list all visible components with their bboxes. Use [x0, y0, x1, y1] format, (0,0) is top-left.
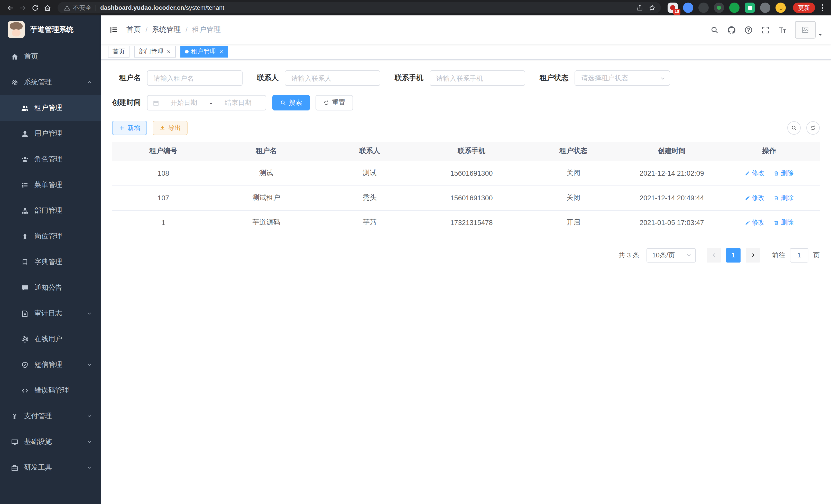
create-time-range-picker[interactable]: 开始日期 - 结束日期	[147, 95, 266, 111]
sidebar-item-home[interactable]: 首页	[0, 44, 101, 69]
refresh-table-button[interactable]	[806, 121, 820, 135]
sidebar-item-menu[interactable]: 菜单管理	[0, 172, 101, 198]
address-bar[interactable]: 不安全 dashboard.yudao.iocoder.cn /system/t…	[58, 2, 661, 13]
app-logo[interactable]: 芋道管理系统	[0, 16, 101, 44]
sidebar-item-user[interactable]: 用户管理	[0, 121, 101, 146]
search-button[interactable]: 搜索	[273, 95, 310, 111]
browser-update-button[interactable]: 更新	[793, 3, 815, 13]
sidebar-item-infra[interactable]: 基础设施	[0, 429, 101, 455]
sidebar-item-audit-log[interactable]: 审计日志	[0, 301, 101, 326]
forward-icon[interactable]	[17, 2, 29, 14]
github-icon[interactable]	[723, 16, 740, 44]
monitor-icon	[11, 438, 19, 446]
chevron-down-icon	[87, 311, 92, 316]
table-row: 107 测试租户 秃头 15601691300 关闭 2021-12-14 20…	[112, 185, 820, 210]
tab-close-icon[interactable]	[219, 49, 224, 54]
fullscreen-icon[interactable]	[757, 16, 774, 44]
audit-log-icon	[21, 309, 29, 317]
page-number-1[interactable]: 1	[726, 248, 741, 262]
calendar-icon	[153, 99, 159, 106]
extension-icon-1[interactable]: 10	[667, 3, 678, 13]
sidebar-item-system[interactable]: 系统管理	[0, 69, 101, 95]
delete-link[interactable]: 删除	[774, 218, 794, 227]
sidebar-item-post[interactable]: 岗位管理	[0, 224, 101, 249]
tenant-name-input[interactable]	[147, 70, 242, 86]
edit-link[interactable]: 修改	[744, 218, 765, 227]
edit-link[interactable]: 修改	[744, 169, 765, 178]
contact-name-input[interactable]	[285, 70, 380, 86]
breadcrumb-home[interactable]: 首页	[126, 25, 141, 34]
breadcrumb-system[interactable]: 系统管理	[152, 25, 181, 34]
sidebar-item-sms[interactable]: 短信管理	[0, 352, 101, 378]
create-time-label: 创建时间	[112, 98, 141, 108]
app-title: 芋道管理系统	[30, 25, 74, 34]
tenant-table: 租户编号 租户名 联系人 联系手机 租户状态 创建时间 操作 108 测试	[112, 142, 820, 235]
sidebar-item-dict[interactable]: 字典管理	[0, 249, 101, 275]
filter-row-1: 租户名 联系人 联系手机 租户状态 请选择租户状态	[112, 70, 820, 86]
start-date-placeholder[interactable]: 开始日期	[161, 98, 206, 108]
pagination-total: 共 3 条	[619, 250, 639, 260]
warning-triangle-icon	[64, 4, 70, 11]
extension-icon-4[interactable]	[714, 3, 724, 13]
user-avatar[interactable]	[795, 21, 823, 38]
extension-icon-2[interactable]	[683, 3, 693, 13]
next-page-button[interactable]	[746, 248, 760, 262]
share-icon[interactable]	[634, 2, 646, 13]
chevron-right-icon	[750, 252, 756, 258]
extension-icon-7[interactable]	[760, 3, 770, 13]
prev-page-button[interactable]	[707, 248, 721, 262]
sidebar-item-notice[interactable]: 通知公告	[0, 275, 101, 301]
tab-close-icon[interactable]	[166, 49, 171, 54]
browser-home-icon[interactable]	[41, 2, 53, 14]
col-actions: 操作	[718, 142, 820, 161]
add-button[interactable]: 新增	[112, 121, 147, 135]
search-icon[interactable]	[706, 16, 723, 44]
question-icon[interactable]	[740, 16, 757, 44]
browser-menu-icon[interactable]	[818, 2, 827, 13]
edit-link[interactable]: 修改	[744, 194, 765, 202]
chevron-up-icon	[87, 80, 92, 85]
goto-page-input[interactable]	[790, 248, 808, 262]
sidebar-item-dept[interactable]: 部门管理	[0, 198, 101, 224]
toggle-search-button[interactable]	[787, 121, 801, 135]
sidebar-item-tenant[interactable]: 租户管理	[0, 95, 101, 121]
caret-down-icon	[818, 32, 823, 37]
tab-dept[interactable]: 部门管理	[134, 46, 176, 58]
tenant-status-select[interactable]: 请选择租户状态	[575, 70, 670, 86]
chevron-down-icon	[87, 439, 92, 444]
toolbox-icon	[11, 464, 19, 471]
page-size-select[interactable]: 10条/页	[647, 248, 696, 262]
page-suffix-label: 页	[813, 250, 820, 260]
sidebar-item-online-user[interactable]: 在线用户	[0, 326, 101, 352]
sidebar-collapse-icon[interactable]	[101, 16, 126, 44]
reset-button[interactable]: 重置	[316, 95, 353, 111]
tenant-name-label: 租户名	[112, 73, 141, 83]
tab-home[interactable]: 首页	[108, 46, 130, 58]
reload-icon[interactable]	[29, 2, 41, 14]
extension-icon-5[interactable]	[729, 3, 740, 13]
end-date-placeholder[interactable]: 结束日期	[216, 98, 261, 108]
delete-link[interactable]: 删除	[774, 194, 794, 202]
table-toolbar: 新增 导出	[112, 121, 820, 135]
sidebar-item-devtool[interactable]: 研发工具	[0, 455, 101, 480]
sidebar-item-role[interactable]: 角色管理	[0, 146, 101, 172]
error-code-icon	[21, 387, 29, 394]
extension-icon-6[interactable]	[745, 3, 755, 13]
contact-mobile-input[interactable]	[430, 70, 525, 86]
sidebar-item-payment[interactable]: 支付管理	[0, 403, 101, 429]
profile-avatar-icon[interactable]	[775, 3, 786, 13]
extension-icon-3[interactable]	[698, 3, 709, 13]
font-size-icon[interactable]	[774, 16, 791, 44]
back-icon[interactable]	[4, 2, 17, 14]
url-host[interactable]: dashboard.yudao.iocoder.cn	[100, 4, 184, 11]
star-icon[interactable]	[646, 2, 658, 13]
security-label[interactable]: 不安全	[73, 3, 91, 12]
sidebar-item-error-code[interactable]: 错误码管理	[0, 378, 101, 403]
delete-link[interactable]: 删除	[774, 169, 794, 178]
col-mobile: 联系手机	[421, 142, 522, 161]
export-button[interactable]: 导出	[153, 121, 188, 135]
trash-icon	[774, 195, 779, 201]
tab-tenant[interactable]: 租户管理	[180, 46, 228, 58]
org-tree-icon	[21, 207, 29, 214]
url-path[interactable]: /system/tenant	[184, 4, 224, 11]
